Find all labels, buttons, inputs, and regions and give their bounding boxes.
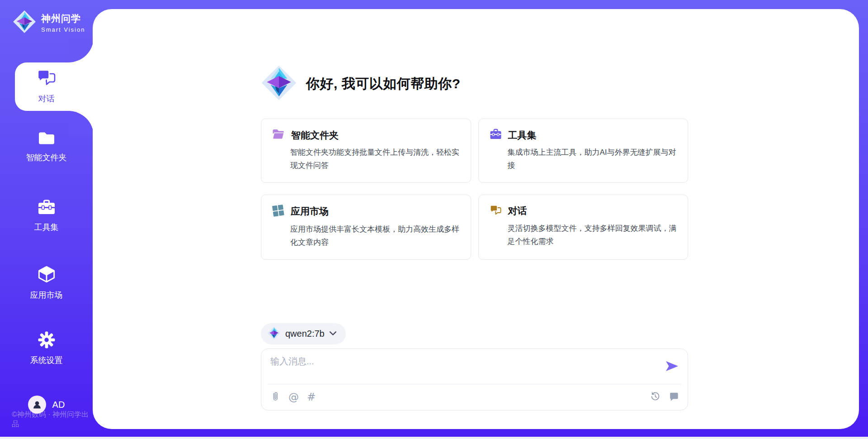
- sidebar-item-label: 工具集: [34, 222, 59, 233]
- model-name: qwen2:7b: [285, 329, 325, 339]
- card-chat[interactable]: 对话 灵活切换多模型文件，支持多样回复效果调试，满足个性化需求: [478, 195, 689, 260]
- at-icon: @: [288, 392, 299, 402]
- bottom-scrollbar-track[interactable]: [0, 437, 868, 439]
- chat-icon: [490, 205, 502, 218]
- greeting-block: 你好, 我可以如何帮助你?: [261, 65, 688, 103]
- hashtag-button[interactable]: #: [307, 392, 316, 402]
- user-name: AD: [52, 400, 65, 410]
- main-panel: 你好, 我可以如何帮助你? 智能文件夹 智能文件夹功能支持批量文件上传与清洗，轻…: [93, 9, 859, 429]
- folder-icon: [38, 130, 56, 148]
- card-toolset[interactable]: 工具集 集成市场上主流工具，助力AI与外界无缝扩展与对接: [478, 119, 689, 183]
- toolbox-icon: [490, 129, 502, 142]
- sidebar-item-app-market[interactable]: 应用市场: [0, 265, 93, 301]
- sidebar-item-label: 系统设置: [30, 355, 63, 366]
- greeting-text: 你好, 我可以如何帮助你?: [306, 75, 461, 93]
- sidebar-item-toolset[interactable]: 工具集: [0, 199, 93, 233]
- send-button[interactable]: [665, 361, 679, 373]
- chat-bubble-icon: [669, 391, 679, 403]
- history-button[interactable]: [650, 391, 660, 403]
- shortcut-cards: 智能文件夹 智能文件夹功能支持批量文件上传与清洗，轻松实现文件问答: [261, 119, 688, 260]
- greeting-gem-icon: [261, 65, 297, 103]
- gear-icon: [38, 331, 55, 351]
- card-description: 集成市场上主流工具，助力AI与外界无缝扩展与对接: [508, 146, 677, 172]
- attach-button[interactable]: [270, 391, 280, 404]
- send-icon: [665, 366, 679, 373]
- card-title: 对话: [508, 205, 527, 217]
- card-description: 智能文件夹功能支持批量文件上传与清洗，轻松实现文件问答: [290, 146, 460, 172]
- app-logo: 神州问学 Smart Vision: [13, 10, 85, 35]
- card-title: 工具集: [508, 129, 537, 142]
- mention-button[interactable]: @: [288, 392, 299, 402]
- card-smart-folder[interactable]: 智能文件夹 智能文件夹功能支持批量文件上传与清洗，轻松实现文件问答: [261, 119, 471, 183]
- model-gem-icon: [267, 326, 281, 341]
- history-clock-icon: [650, 391, 660, 403]
- sidebar-item-smart-folder[interactable]: 智能文件夹: [0, 130, 93, 163]
- sidebar-item-settings[interactable]: 系统设置: [0, 331, 93, 366]
- message-composer: @ #: [261, 348, 688, 410]
- sidebar: 神州问学 Smart Vision 对话 智能文件夹: [0, 0, 93, 439]
- message-input[interactable]: [270, 355, 659, 381]
- cube-icon: [38, 265, 56, 286]
- card-title: 应用市场: [291, 205, 329, 218]
- sidebar-item-chat[interactable]: 对话: [0, 69, 93, 104]
- chat-icon: [37, 69, 57, 89]
- hash-icon: #: [307, 392, 316, 402]
- content-column: 你好, 我可以如何帮助你? 智能文件夹 智能文件夹功能支持批量文件上传与清洗，轻…: [261, 9, 688, 429]
- sidebar-item-label: 对话: [38, 93, 55, 104]
- feedback-button[interactable]: [669, 391, 679, 403]
- model-selector[interactable]: qwen2:7b: [261, 323, 346, 344]
- folder-open-icon: [272, 129, 285, 142]
- paperclip-icon: [270, 391, 280, 404]
- brand-gem-icon: [13, 10, 36, 35]
- sidebar-item-label: 智能文件夹: [26, 152, 67, 163]
- card-description: 应用市场提供丰富长文本模板，助力高效生成多样化文章内容: [290, 223, 460, 249]
- app-grid-icon: [272, 205, 284, 219]
- active-nav-fillet-top: [68, 38, 94, 62]
- chevron-down-icon: [329, 330, 337, 337]
- toolbox-icon: [38, 199, 56, 218]
- card-app-market[interactable]: 应用市场 应用市场提供丰富长文本模板，助力高效生成多样化文章内容: [261, 195, 471, 260]
- brand-name: 神州问学: [41, 12, 85, 25]
- card-title: 智能文件夹: [291, 129, 339, 142]
- brand-subtitle: Smart Vision: [41, 26, 85, 33]
- person-icon: [32, 399, 42, 410]
- sidebar-item-label: 应用市场: [30, 290, 63, 301]
- copyright-footer: ©神州数码 · 神州问学出品: [12, 410, 93, 429]
- card-description: 灵活切换多模型文件，支持多样回复效果调试，满足个性化需求: [508, 222, 677, 248]
